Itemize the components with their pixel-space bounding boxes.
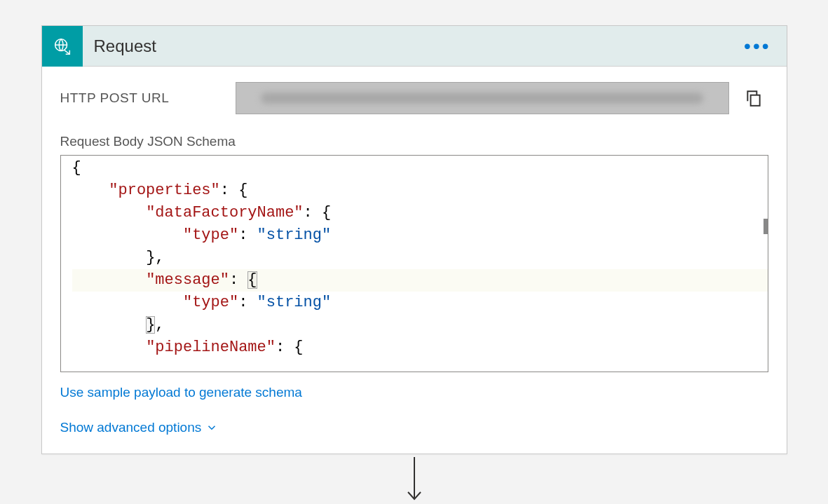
arrow-down-icon — [404, 457, 425, 504]
schema-editor[interactable]: { "properties": { "dataFactoryName": { "… — [60, 155, 768, 372]
link-label: Show advanced options — [60, 420, 202, 435]
request-card: Request ••• HTTP POST URL Request Body J… — [41, 25, 787, 454]
copy-url-button[interactable] — [739, 89, 768, 107]
card-title: Request — [83, 36, 729, 56]
code-line: "type": "string" — [72, 292, 768, 314]
code-line: }, — [72, 247, 768, 269]
use-sample-payload-link[interactable]: Use sample payload to generate schema — [60, 385, 302, 400]
code-content: { "properties": { "dataFactoryName": { "… — [61, 156, 768, 359]
http-url-label: HTTP POST URL — [60, 90, 236, 106]
code-line: { — [72, 157, 768, 179]
code-line: "pipelineName": { — [72, 336, 768, 359]
card-menu-button[interactable]: ••• — [728, 36, 786, 56]
http-url-redacted — [261, 93, 704, 104]
code-line: "properties": { — [72, 179, 768, 202]
show-advanced-options-link[interactable]: Show advanced options — [60, 420, 219, 435]
card-header[interactable]: Request ••• — [42, 26, 787, 67]
schema-label: Request Body JSON Schema — [60, 134, 768, 149]
code-line: }, — [72, 314, 768, 336]
link-label: Use sample payload to generate schema — [60, 385, 302, 400]
http-url-field[interactable] — [236, 82, 729, 114]
code-line: "message": { — [72, 269, 768, 292]
http-url-row: HTTP POST URL — [60, 82, 768, 114]
chevron-down-icon — [205, 421, 218, 434]
svg-rect-3 — [750, 95, 759, 106]
copy-icon — [745, 89, 763, 107]
svg-line-2 — [64, 50, 69, 54]
code-line: "dataFactoryName": { — [72, 202, 768, 224]
flow-connector — [0, 457, 828, 504]
ellipsis-icon: ••• — [744, 35, 771, 57]
card-body: HTTP POST URL Request Body JSON Schema {… — [42, 67, 787, 454]
request-trigger-icon — [42, 26, 83, 67]
code-line: "type": "string" — [72, 224, 768, 247]
